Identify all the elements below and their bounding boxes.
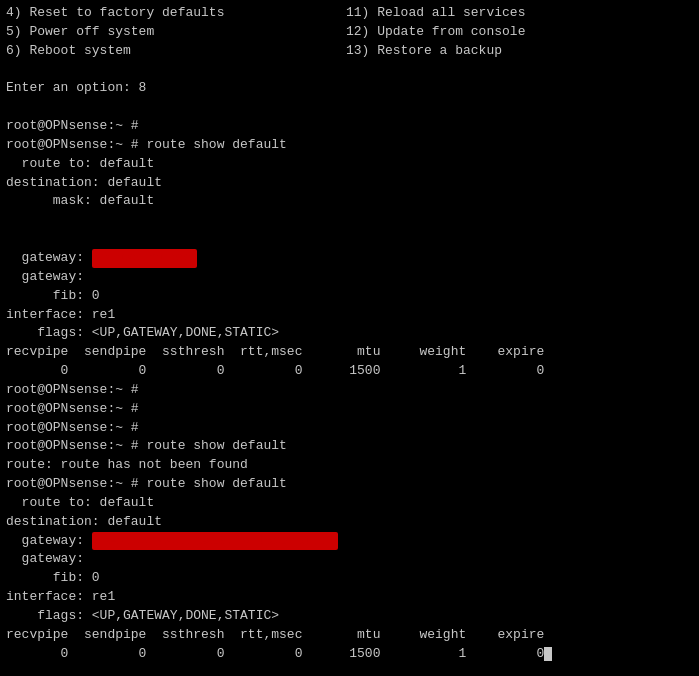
prompt-line-3: root@OPNsense:~ # (6, 381, 693, 400)
menu-item-restore: 13) Restore a backup (346, 42, 502, 61)
menu-item-reboot: 6) Reboot system (6, 42, 346, 61)
route-cmd-line-3: route: route has not been found (6, 456, 693, 475)
blank-line-1 (6, 61, 693, 80)
blank-line-4 (6, 230, 693, 249)
fib-line-2: gateway: (6, 550, 693, 569)
route-to-line-2: root@OPNsense:~ # route show default (6, 475, 693, 494)
prompt-line-4: root@OPNsense:~ # (6, 400, 693, 419)
menu-item-reload: 11) Reload all services (346, 4, 525, 23)
gateway-line-1: gateway: 93.xxx.xx.xxx (6, 249, 693, 268)
route-to-line-1: route to: default (6, 155, 693, 174)
redacted-ip-1: 93.xxx.xx.xxx (92, 249, 197, 268)
table-header-line-2: flags: <UP,GATEWAY,DONE,STATIC> (6, 607, 693, 626)
destination-line-2: route to: default (6, 494, 693, 513)
menu-item-poweroff: 5) Power off system (6, 23, 346, 42)
flags-line-2: interface: re1 (6, 588, 693, 607)
menu-row-reset-reload: 4) Reset to factory defaults 11) Reload … (6, 4, 693, 23)
terminal-cursor (544, 647, 552, 661)
blank-line-2 (6, 98, 693, 117)
gateway-line-2: gateway: 93-x.xxx-xx.ip329.fastwebnet.it (6, 532, 693, 551)
menu-item-reset: 4) Reset to factory defaults (6, 4, 346, 23)
interface-line-2: fib: 0 (6, 569, 693, 588)
final-prompt-line[interactable]: 0 0 0 0 1500 1 0 (6, 645, 693, 664)
final-prompt-text: 0 0 0 0 1500 1 0 (6, 646, 544, 661)
table-row-line-2: recvpipe sendpipe ssthresh rtt,msec mtu … (6, 626, 693, 645)
menu-row-reboot-restore: 6) Reboot system 13) Restore a backup (6, 42, 693, 61)
terminal-window: 4) Reset to factory defaults 11) Reload … (6, 4, 693, 676)
prompt-line-2: 0 0 0 0 1500 1 0 (6, 362, 693, 381)
route-cmd-line-2: root@OPNsense:~ # (6, 419, 693, 438)
mask-line-2: destination: default (6, 513, 693, 532)
enter-option-line: Enter an option: 8 (6, 79, 693, 98)
route-notfound-line: root@OPNsense:~ # route show default (6, 437, 693, 456)
destination-line-1: destination: default (6, 174, 693, 193)
mask-line-1: mask: default (6, 192, 693, 211)
table-row-line-1: recvpipe sendpipe ssthresh rtt,msec mtu … (6, 343, 693, 362)
interface-line-1: fib: 0 (6, 287, 693, 306)
blank-line-3 (6, 211, 693, 230)
menu-row-poweroff-update: 5) Power off system 12) Update from cons… (6, 23, 693, 42)
flags-line-1: interface: re1 (6, 306, 693, 325)
table-header-line-1: flags: <UP,GATEWAY,DONE,STATIC> (6, 324, 693, 343)
fib-line-1: gateway: (6, 268, 693, 287)
menu-item-update: 12) Update from console (346, 23, 525, 42)
route-cmd-line-1: root@OPNsense:~ # route show default (6, 136, 693, 155)
prompt-line-1: root@OPNsense:~ # (6, 117, 693, 136)
redacted-ip-2: 93-x.xxx-xx.ip329.fastwebnet.it (92, 532, 338, 551)
